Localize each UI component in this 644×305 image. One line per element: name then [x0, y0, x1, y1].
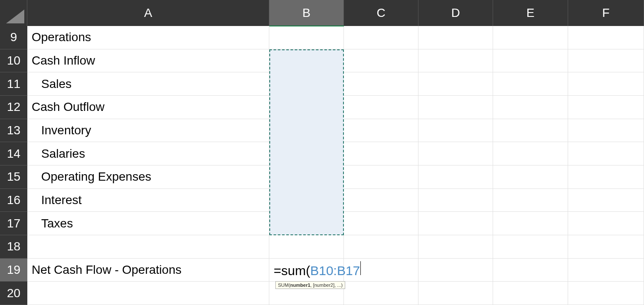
- cell-A11[interactable]: Sales: [27, 72, 269, 96]
- cell-B16[interactable]: [269, 189, 344, 212]
- row-header-9[interactable]: 9: [0, 26, 27, 49]
- cell-F18[interactable]: [568, 235, 644, 259]
- cell-D12[interactable]: [418, 96, 493, 119]
- formula-prefix: =sum(: [274, 263, 310, 278]
- cell-A13[interactable]: Inventory: [27, 119, 269, 143]
- cell-F14[interactable]: [568, 142, 644, 165]
- formula-tooltip[interactable]: SUM(number1, [number2], ...): [275, 281, 345, 289]
- cell-B12[interactable]: [269, 96, 344, 119]
- col-header-F[interactable]: F: [568, 0, 644, 26]
- cell-F19[interactable]: [568, 259, 644, 282]
- cell-B15[interactable]: [269, 165, 344, 189]
- row-header-10[interactable]: 10: [0, 49, 27, 73]
- cell-D9[interactable]: [418, 26, 493, 49]
- cell-F9[interactable]: [568, 26, 644, 49]
- cell-D15[interactable]: [418, 165, 493, 189]
- cell-F17[interactable]: [568, 212, 644, 235]
- row-header-19[interactable]: 19: [0, 259, 27, 282]
- formula-reference: B10:B17: [310, 263, 360, 278]
- col-header-C[interactable]: C: [344, 0, 418, 26]
- cell-D18[interactable]: [418, 235, 493, 259]
- formula-input[interactable]: =sum(B10:B17: [274, 261, 361, 278]
- selected-column-indicator: [269, 26, 344, 26]
- cell-F15[interactable]: [568, 165, 644, 189]
- cell-C18[interactable]: [344, 235, 418, 259]
- cell-A14[interactable]: Salaries: [27, 142, 269, 165]
- cell-C20[interactable]: [344, 282, 418, 305]
- cell-A16[interactable]: Interest: [27, 189, 269, 212]
- cell-B17[interactable]: [269, 212, 344, 235]
- cell-B14[interactable]: [269, 142, 344, 165]
- cell-F13[interactable]: [568, 119, 644, 143]
- cell-C12[interactable]: [344, 96, 418, 119]
- cell-E19[interactable]: [493, 259, 568, 282]
- cell-A20[interactable]: [27, 282, 269, 305]
- cell-A12[interactable]: Cash Outflow: [27, 96, 269, 119]
- cell-D16[interactable]: [418, 189, 493, 212]
- cell-F12[interactable]: [568, 96, 644, 119]
- cell-C15[interactable]: [344, 165, 418, 189]
- cell-A9[interactable]: Operations: [27, 26, 269, 49]
- cell-B10[interactable]: [269, 49, 344, 73]
- col-header-B[interactable]: B: [269, 0, 344, 26]
- cell-E13[interactable]: [493, 119, 568, 143]
- cell-C9[interactable]: [344, 26, 418, 49]
- col-header-A[interactable]: A: [27, 0, 269, 26]
- cell-B19[interactable]: =sum(B10:B17 SUM(number1, [number2], ...…: [269, 259, 344, 282]
- cell-A10[interactable]: Cash Inflow: [27, 49, 269, 73]
- cell-E15[interactable]: [493, 165, 568, 189]
- cell-F11[interactable]: [568, 72, 644, 96]
- row-header-13[interactable]: 13: [0, 119, 27, 143]
- col-header-D[interactable]: D: [418, 0, 493, 26]
- row-header-12[interactable]: 12: [0, 96, 27, 119]
- tooltip-current-arg: number1: [290, 282, 310, 288]
- cell-D14[interactable]: [418, 142, 493, 165]
- cell-E20[interactable]: [493, 282, 568, 305]
- cell-E9[interactable]: [493, 26, 568, 49]
- cell-D13[interactable]: [418, 119, 493, 143]
- cell-E10[interactable]: [493, 49, 568, 73]
- cell-F16[interactable]: [568, 189, 644, 212]
- text-cursor-icon: [360, 261, 361, 275]
- cell-C14[interactable]: [344, 142, 418, 165]
- cell-B11[interactable]: [269, 72, 344, 96]
- cell-C10[interactable]: [344, 49, 418, 73]
- cell-C11[interactable]: [344, 72, 418, 96]
- spreadsheet-grid: A B C D E F 9 Operations 10 Cash Inflow …: [0, 0, 644, 305]
- cell-E11[interactable]: [493, 72, 568, 96]
- select-all-triangle-icon: [6, 10, 24, 23]
- cell-D17[interactable]: [418, 212, 493, 235]
- cell-C13[interactable]: [344, 119, 418, 143]
- row-header-15[interactable]: 15: [0, 165, 27, 189]
- cell-A18[interactable]: [27, 235, 269, 259]
- cell-A19[interactable]: Net Cash Flow - Operations: [27, 259, 269, 282]
- cell-D11[interactable]: [418, 72, 493, 96]
- row-header-16[interactable]: 16: [0, 189, 27, 212]
- cell-E17[interactable]: [493, 212, 568, 235]
- row-header-20[interactable]: 20: [0, 282, 27, 305]
- cell-A15[interactable]: Operating Expenses: [27, 165, 269, 189]
- cell-E14[interactable]: [493, 142, 568, 165]
- cell-B18[interactable]: [269, 235, 344, 259]
- cell-C16[interactable]: [344, 189, 418, 212]
- row-header-18[interactable]: 18: [0, 235, 27, 259]
- row-header-17[interactable]: 17: [0, 212, 27, 235]
- cell-E16[interactable]: [493, 189, 568, 212]
- cell-A17[interactable]: Taxes: [27, 212, 269, 235]
- select-all-corner[interactable]: [0, 0, 27, 26]
- cell-F10[interactable]: [568, 49, 644, 73]
- tooltip-rest: , [number2], ...): [311, 282, 343, 288]
- cell-D10[interactable]: [418, 49, 493, 73]
- cell-D19[interactable]: [418, 259, 493, 282]
- cell-E18[interactable]: [493, 235, 568, 259]
- cell-B9[interactable]: [269, 26, 344, 49]
- cell-D20[interactable]: [418, 282, 493, 305]
- col-header-E[interactable]: E: [493, 0, 568, 26]
- cell-E12[interactable]: [493, 96, 568, 119]
- row-header-14[interactable]: 14: [0, 142, 27, 165]
- cell-C17[interactable]: [344, 212, 418, 235]
- cell-B13[interactable]: [269, 119, 344, 143]
- tooltip-fn: SUM(: [278, 282, 290, 288]
- cell-F20[interactable]: [568, 282, 644, 305]
- row-header-11[interactable]: 11: [0, 72, 27, 96]
